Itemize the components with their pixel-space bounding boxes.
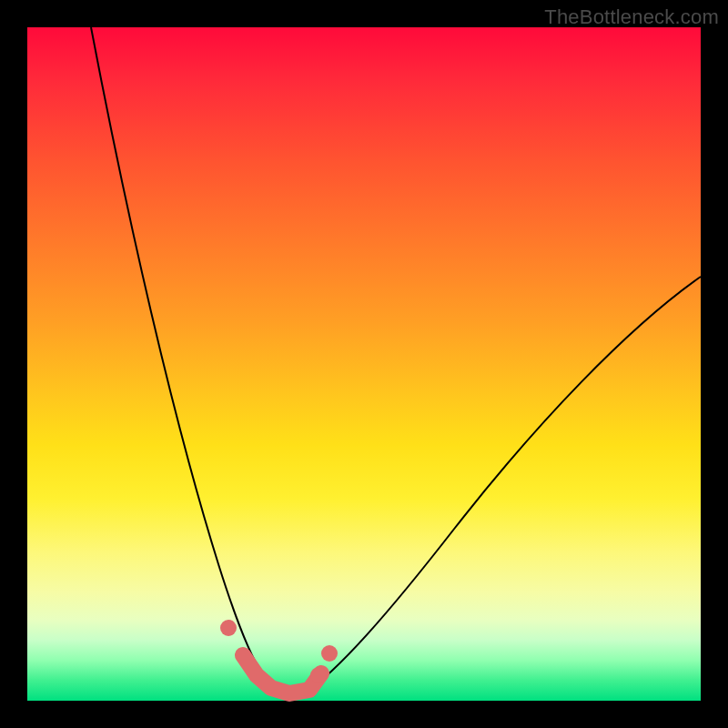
right-curve: [300, 277, 701, 696]
marker-dot-left: [220, 620, 237, 636]
watermark-text: TheBottleneck.com: [544, 5, 719, 29]
marker-dot-right-upper: [321, 645, 338, 662]
left-curve: [91, 27, 278, 696]
chart-svg: [27, 27, 701, 701]
bottom-marker: [243, 655, 321, 693]
chart-frame: TheBottleneck.com: [0, 0, 728, 728]
marker-dot-right-lower: [310, 667, 327, 683]
plot-area: [27, 27, 701, 701]
